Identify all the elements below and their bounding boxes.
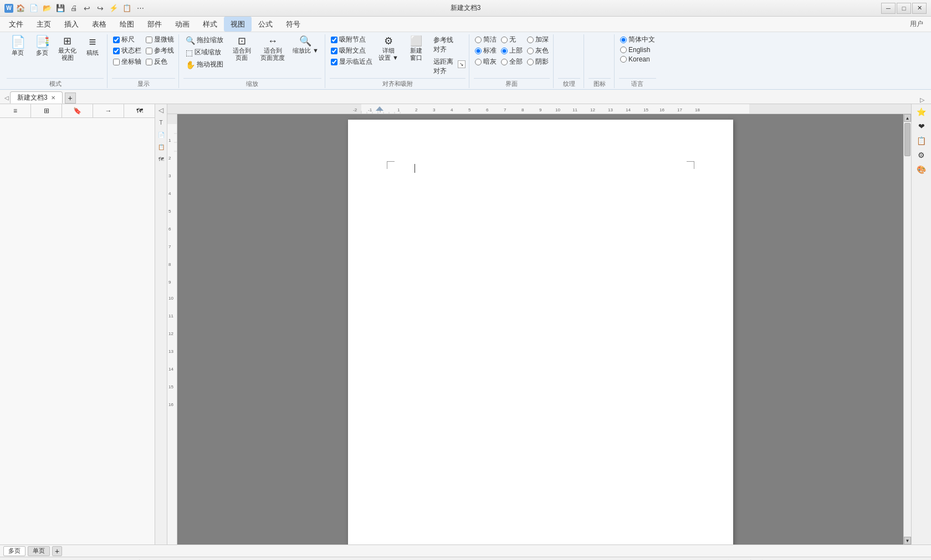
- tab-doc1-close[interactable]: ✕: [51, 95, 55, 101]
- sidebar-icon-tool3[interactable]: 📋: [156, 142, 166, 152]
- right-sidebar-icon2[interactable]: ❤: [917, 121, 926, 132]
- scroll-up-btn[interactable]: ▲: [904, 114, 911, 122]
- add-tab-btn[interactable]: +: [65, 93, 76, 104]
- typeset-btn[interactable]: ≡ 稿纸: [81, 34, 104, 58]
- menu-symbol[interactable]: 符号: [279, 17, 307, 32]
- shadow-radio-input[interactable]: [527, 59, 534, 65]
- all-radio[interactable]: 全部: [500, 56, 524, 67]
- scroll-down-btn[interactable]: ▼: [904, 537, 911, 544]
- none-radio-input[interactable]: [501, 37, 508, 43]
- lp-tab-map[interactable]: 🗺: [124, 104, 155, 117]
- right-sidebar-icon3[interactable]: 📋: [915, 135, 927, 146]
- show-near-input[interactable]: [331, 59, 337, 65]
- scroll-track[interactable]: [904, 122, 911, 537]
- right-sidebar-icon5[interactable]: 🎨: [915, 164, 927, 175]
- drag-view-btn[interactable]: ✋ 拖动视图: [183, 59, 226, 70]
- none-radio[interactable]: 无: [500, 34, 524, 45]
- ref-line-btn[interactable]: 参考线对齐: [431, 34, 456, 55]
- top-radio[interactable]: 上部: [500, 45, 524, 56]
- english-input[interactable]: [620, 47, 627, 53]
- new-window-btn[interactable]: ⬜ 新建窗口: [403, 34, 429, 63]
- coord-checkbox[interactable]: 坐标轴: [112, 56, 142, 67]
- adsorb-node-input[interactable]: [331, 37, 337, 43]
- menu-table[interactable]: 表格: [85, 17, 113, 32]
- reference-checkbox[interactable]: 参考线: [145, 45, 175, 56]
- micro-check-input[interactable]: [146, 37, 152, 43]
- qa-new[interactable]: 📄: [28, 2, 40, 14]
- close-button[interactable]: ✕: [912, 3, 927, 14]
- max-view-btn[interactable]: ⊞ 最大化视图: [55, 34, 79, 63]
- qa-redo[interactable]: ↪: [94, 2, 106, 14]
- qa-print[interactable]: 🖨: [68, 2, 80, 14]
- menu-parts[interactable]: 部件: [141, 17, 168, 32]
- sidebar-icon-1[interactable]: ◁: [156, 105, 166, 115]
- sidebar-icon-tool1[interactable]: T: [156, 117, 166, 127]
- gray-radio-input[interactable]: [527, 48, 534, 54]
- tabs-collapse-btn[interactable]: ◁: [3, 91, 10, 104]
- menu-home[interactable]: 主页: [30, 17, 58, 32]
- tab-doc1[interactable]: 新建文档3 ✕: [10, 91, 63, 104]
- multi-page-btn[interactable]: 📑 多页: [31, 34, 53, 58]
- maximize-button[interactable]: □: [897, 3, 911, 14]
- far-align-btn[interactable]: 远距离对齐: [431, 56, 456, 77]
- reverse-checkbox[interactable]: 反色: [145, 56, 175, 67]
- adsorb-point-checkbox[interactable]: 吸附文点: [330, 45, 374, 56]
- dark-radio[interactable]: 暗灰: [474, 56, 498, 67]
- simple-chinese-radio[interactable]: 简体中文: [619, 34, 656, 45]
- simple-radio-input[interactable]: [475, 37, 482, 43]
- simple-radio[interactable]: 简洁: [474, 34, 498, 45]
- menu-draw[interactable]: 绘图: [113, 17, 141, 32]
- add-page-tab-btn[interactable]: +: [52, 546, 62, 556]
- detail-settings-btn[interactable]: ⚙ 详细设置 ▼: [376, 34, 401, 63]
- menu-formula[interactable]: 公式: [252, 17, 279, 32]
- qa-quick[interactable]: ⚡: [108, 2, 120, 14]
- shadow-radio[interactable]: 阴影: [526, 56, 550, 67]
- english-radio[interactable]: English: [619, 45, 656, 54]
- document-area[interactable]: [177, 114, 903, 544]
- reference-check-input[interactable]: [146, 48, 152, 54]
- scroll-thumb[interactable]: [904, 123, 910, 156]
- qa-save[interactable]: 💾: [54, 2, 66, 14]
- show-near-checkbox[interactable]: 显示临近点: [330, 56, 374, 67]
- all-radio-input[interactable]: [501, 59, 508, 65]
- menu-view[interactable]: 视图: [224, 17, 252, 32]
- lp-tab-pages[interactable]: ⊞: [31, 104, 62, 117]
- page-tab-1[interactable]: 多页: [3, 546, 25, 556]
- qa-home[interactable]: 🏠: [14, 2, 27, 14]
- deeper-radio-input[interactable]: [527, 37, 534, 43]
- fit-page-btn[interactable]: ⊡ 适合到页面: [228, 34, 255, 63]
- lp-tab-nav[interactable]: →: [93, 104, 124, 117]
- menu-insert[interactable]: 插入: [58, 17, 85, 32]
- korean-radio[interactable]: Korean: [619, 55, 656, 64]
- qa-more[interactable]: ⋯: [134, 2, 146, 14]
- gray-radio[interactable]: 灰色: [526, 45, 550, 56]
- qa-open[interactable]: 📂: [41, 2, 53, 14]
- zoom-ratio-btn[interactable]: 🔍 缩放比 ▼: [290, 34, 321, 56]
- right-sidebar-icon1[interactable]: ⭐: [915, 106, 927, 117]
- right-sidebar-icon4[interactable]: ⚙: [917, 150, 926, 161]
- simple-chinese-input[interactable]: [620, 37, 627, 43]
- reverse-check-input[interactable]: [146, 59, 152, 65]
- lp-tab-bookmarks[interactable]: 🔖: [62, 104, 93, 117]
- lp-tab-outline[interactable]: ≡: [0, 104, 31, 117]
- top-radio-input[interactable]: [501, 48, 508, 54]
- menu-file[interactable]: 文件: [2, 17, 30, 32]
- standard-radio-input[interactable]: [475, 48, 482, 54]
- coord-check-input[interactable]: [113, 59, 120, 65]
- toolbar-check-input[interactable]: [113, 37, 120, 43]
- tabs-right-arrow[interactable]: ▷: [920, 96, 928, 104]
- region-zoom-btn[interactable]: ⬚ 区域缩放: [183, 47, 226, 58]
- adsorb-point-input[interactable]: [331, 48, 337, 54]
- single-page-btn[interactable]: 📄 单页: [7, 34, 29, 58]
- qa-clipboard[interactable]: 📋: [121, 2, 133, 14]
- sidebar-icon-tool2[interactable]: 📄: [156, 130, 166, 140]
- user-area[interactable]: 用户: [904, 18, 929, 30]
- standard-radio[interactable]: 标准: [474, 45, 498, 56]
- statusbar-checkbox[interactable]: 状态栏: [112, 45, 142, 56]
- qa-undo[interactable]: ↩: [81, 2, 93, 14]
- deeper-radio[interactable]: 加深: [526, 34, 550, 45]
- menu-animation[interactable]: 动画: [168, 17, 196, 32]
- sidebar-icon-tool4[interactable]: 🗺: [156, 154, 166, 164]
- menu-style[interactable]: 样式: [196, 17, 224, 32]
- page-tab-2[interactable]: 单页: [28, 546, 50, 556]
